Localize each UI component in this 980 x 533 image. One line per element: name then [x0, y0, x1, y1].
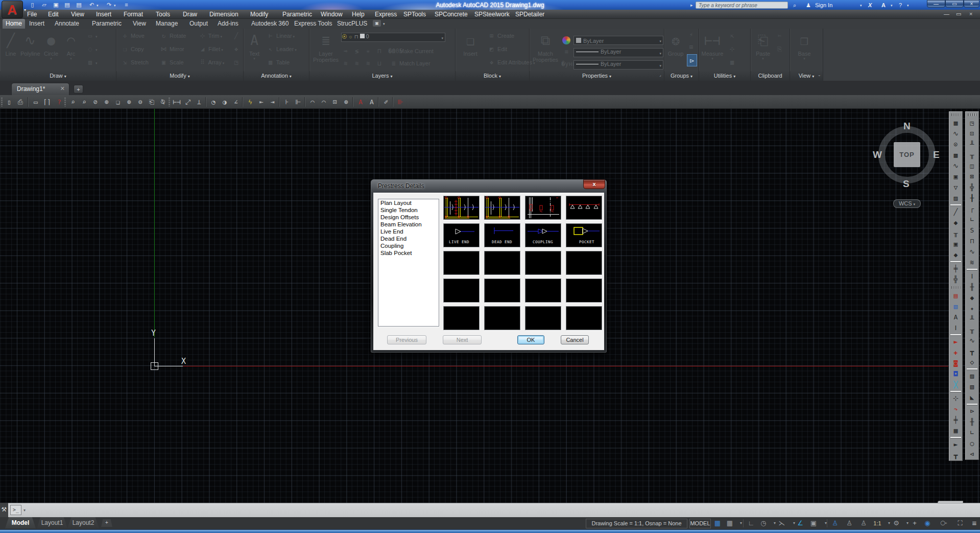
status-icon[interactable]: ◉ — [922, 518, 933, 528]
detail-tool-a-icon-21[interactable]: ◙ — [949, 358, 962, 368]
lineweight-select[interactable]: ByLayer▾ — [573, 60, 663, 69]
cancel-button[interactable]: Cancel — [561, 335, 589, 344]
menu-sptools[interactable]: SPTools — [403, 11, 426, 18]
redo-icon[interactable]: ↷ — [105, 2, 113, 8]
tab-express-tools[interactable]: Express Tools — [294, 20, 332, 27]
ribbon-button-icon[interactable]: ◳ — [232, 57, 241, 67]
zoom-dynamic-icon[interactable]: ⊘ — [90, 97, 101, 107]
menu-express[interactable]: Express — [375, 11, 397, 18]
a360-arrow-icon[interactable]: ▾ — [891, 4, 893, 8]
menu-spdetailer[interactable]: SPDetailer — [515, 11, 544, 18]
detail-tool-b-icon-21[interactable]: ┳ — [966, 346, 978, 357]
status-icon[interactable]: ▣ — [808, 518, 819, 528]
status-icon[interactable]: ▾ — [821, 518, 831, 528]
viewcube-west[interactable]: W — [873, 149, 882, 160]
ribbon-button-icon[interactable]: ≋ — [352, 58, 361, 68]
panel-label-utilities[interactable]: Utilities ▾ — [699, 71, 750, 81]
detail-tool-a-icon-16[interactable]: ▧ — [949, 301, 962, 312]
tab-add-ins[interactable]: Add-ins — [218, 20, 238, 27]
thumbnail-0[interactable] — [443, 196, 480, 220]
detail-tool-a-icon-1[interactable]: ∿ — [949, 128, 962, 139]
thumbnail-9[interactable] — [484, 251, 520, 275]
thumbnail-15[interactable] — [566, 279, 602, 303]
detail-tool-a-icon-7[interactable]: ▨ — [949, 193, 962, 203]
ribbon-button-insert[interactable]: ❑Insert — [458, 30, 483, 57]
ribbon-button-icon[interactable]: ≶ — [352, 46, 361, 56]
detail-tool-a-icon-6[interactable]: ▽ — [949, 182, 962, 193]
minimize-button[interactable]: — — [927, 0, 945, 8]
thumbnail-5[interactable]: DEAD END — [484, 223, 520, 247]
layout-tab-model[interactable]: Model — [5, 517, 36, 528]
command-line-bar[interactable] — [0, 503, 980, 517]
list-item-coupling[interactable]: Coupling — [380, 243, 439, 249]
detail-tool-b-icon-16[interactable]: ◆ — [966, 292, 978, 303]
tab-view[interactable]: View — [133, 20, 146, 27]
panel-label-draw[interactable]: Draw ▾ — [0, 71, 116, 81]
ribbon-button-icon[interactable]: ≋ — [341, 58, 350, 68]
ribbon-button-leader[interactable]: ↖ Leader ▾ — [266, 44, 297, 54]
detail-tool-b-icon-7[interactable]: ╂ — [966, 193, 978, 203]
ribbon-button-arc[interactable]: ◠Arc▾ — [62, 30, 80, 61]
ribbon-button-icon[interactable]: ❖ — [232, 44, 241, 54]
ribbon-button-base[interactable]: ❒Base▾ — [793, 30, 816, 61]
zoom-in-icon[interactable]: ⊖ — [135, 97, 146, 107]
ribbon-button-icon[interactable]: ⊹ — [728, 44, 736, 54]
detail-tool-b-icon-2[interactable]: ╨ — [966, 139, 978, 150]
dim-aligned-icon[interactable]: ⊥ — [194, 97, 204, 107]
doc-window-button[interactable]: — — [944, 11, 949, 17]
panel-expand-icon[interactable]: ⌄ — [818, 73, 821, 77]
status-icon[interactable]: + — [910, 518, 920, 528]
dim-radius-icon[interactable]: ◑ — [220, 97, 230, 107]
ribbon-button-rotate[interactable]: ↻ Rotate — [159, 31, 186, 41]
status-icon[interactable]: ♙ — [858, 518, 869, 528]
ribbon-button-table[interactable]: ▦ Table — [266, 57, 290, 67]
detail-tool-a-icon-8[interactable]: ╱ — [949, 206, 962, 217]
dim-angular-icon[interactable]: ϟ — [245, 97, 255, 107]
detail-tool-a-icon-3[interactable]: ▩ — [949, 150, 962, 160]
close-button[interactable]: × — [964, 0, 979, 8]
detail-tool-a-icon-12[interactable]: ◆ — [949, 249, 962, 260]
detail-category-list[interactable]: Plan LayoutSingle TendonDesign OffsetsBe… — [378, 199, 439, 327]
help-icon[interactable]: ? — [899, 2, 902, 9]
dim-ordinate-icon[interactable]: ◔ — [208, 97, 219, 107]
detail-tool-b-icon-24[interactable]: ▧ — [966, 381, 978, 392]
detail-tool-a-icon-18[interactable]: Ⅰ — [949, 322, 962, 333]
panel-label-block[interactable]: Block ▾ — [456, 71, 529, 81]
ribbon-button-make-current[interactable]: ≣ Make Current — [389, 46, 434, 56]
thumbnail-12[interactable] — [443, 279, 480, 303]
panel-label-clipboard[interactable]: Clipboard — [751, 71, 790, 81]
thumbnail-2[interactable] — [525, 196, 561, 220]
layout-tab-layout2[interactable]: Layout2 — [67, 517, 99, 528]
toolbar-grip[interactable] — [951, 113, 960, 116]
detail-tool-b-icon-26[interactable]: ⊳ — [966, 406, 978, 416]
ribbon-button-paste[interactable]: ⎗Paste▾ — [753, 30, 773, 61]
ribbon-button-copy[interactable]: ❏ Copy — [121, 44, 144, 54]
detail-tool-a-icon-4[interactable]: ∿ — [949, 160, 962, 171]
ribbon-extra-arrow-icon[interactable]: ▾ — [383, 22, 385, 26]
status-icon[interactable]: ▦ — [712, 518, 723, 528]
new-layout-button[interactable]: + — [101, 519, 112, 527]
previous-button[interactable]: Previous — [387, 335, 426, 344]
panel-label-properties[interactable]: Properties ▾ — [530, 71, 664, 81]
toolbar-grip[interactable] — [169, 98, 170, 106]
detail-tool-a-icon-9[interactable]: ◆ — [949, 217, 962, 228]
binoculars-icon[interactable]: ⌕ — [793, 2, 796, 9]
thumbnail-13[interactable] — [484, 279, 520, 303]
save-icon[interactable]: ▣ — [52, 2, 60, 8]
menu-help[interactable]: Help — [352, 11, 365, 18]
detail-tool-b-icon-13[interactable]: ≋ — [966, 257, 978, 268]
group-selectable-icon[interactable]: ⊳ — [687, 54, 697, 66]
detail-tool-a-icon-28[interactable]: ► — [949, 439, 962, 450]
save-as-icon[interactable]: ▤ — [63, 2, 71, 8]
detail-tool-a-icon-25[interactable]: ↷ — [949, 404, 962, 414]
ribbon-button-polyline[interactable]: ∿Polyline — [20, 30, 40, 57]
detail-tool-a-icon-5[interactable]: ▣ — [949, 171, 962, 182]
thumbnail-19[interactable] — [566, 306, 602, 330]
thumbnail-7[interactable]: POCKET — [566, 223, 602, 247]
ribbon-button-line[interactable]: ╱Line — [2, 30, 19, 57]
zoom-extents-icon[interactable]: ⊢⊣ — [172, 97, 182, 107]
ribbon-button-icon[interactable]: ⇱ — [728, 31, 736, 41]
ribbon-button-icon[interactable]: ◌ ▾ — [86, 44, 97, 54]
new-tab-button[interactable]: + — [74, 85, 83, 94]
ribbon-button-layer[interactable]: ≣LayerProperties — [313, 30, 339, 63]
